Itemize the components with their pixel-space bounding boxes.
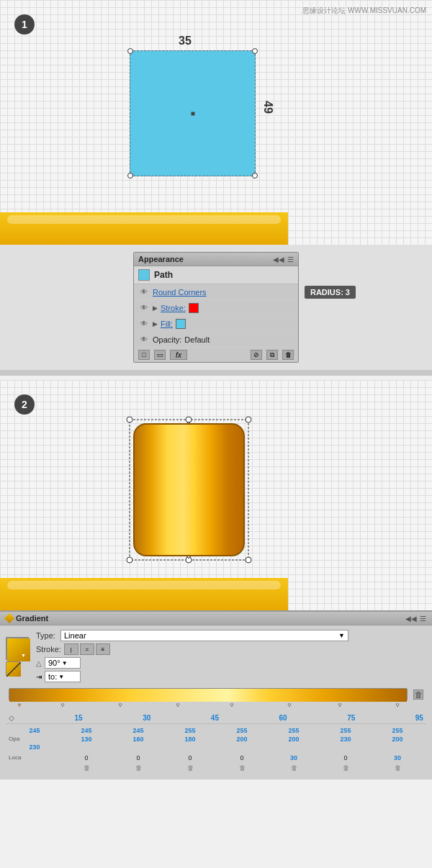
tick-marks: ◇ 15 30 45 60 75 95 <box>6 714 426 722</box>
visibility-icon-1[interactable]: 👁 <box>138 288 150 297</box>
g-val-8: 230 <box>9 743 60 752</box>
gradient-title-row: Gradient <box>6 614 48 623</box>
spacer <box>9 764 60 772</box>
gradient-slider-container: 🗑 ◇ 15 30 <box>6 685 426 772</box>
gradient-track[interactable] <box>9 688 408 701</box>
footer-icon-2[interactable]: ▭ <box>154 350 166 360</box>
opacity-label-small: Opa <box>9 736 60 744</box>
stroke-arrow[interactable]: ▶ <box>153 304 158 312</box>
divider <box>6 723 426 724</box>
svg-marker-28 <box>61 704 64 707</box>
svg-marker-32 <box>288 704 291 707</box>
yellow-bar-1 <box>0 212 288 245</box>
dimension-height: 49 <box>261 101 274 114</box>
trash-6[interactable]: 🗑 <box>320 764 372 772</box>
angle-triangle-icon: △ <box>36 659 42 667</box>
visibility-icon-3[interactable]: 👁 <box>138 320 150 328</box>
stroke-type-label: Stroke: <box>36 645 61 654</box>
tick-60: 60 <box>279 714 287 722</box>
fill-row[interactable]: 👁 ▶ Fill: <box>134 316 298 332</box>
g-val-1: 130 <box>60 736 112 744</box>
footer-icon-1[interactable]: □ <box>138 350 150 360</box>
tick-95: 95 <box>415 714 423 722</box>
footer-fx-icon[interactable]: fx <box>170 350 187 360</box>
svg-point-2 <box>246 417 251 422</box>
canvas-area-2: 2 <box>0 380 432 610</box>
gradient-title: Gradient <box>16 614 48 623</box>
stroke-row[interactable]: 👁 ▶ Stroke: <box>134 300 298 316</box>
blue-rect-container <box>130 50 256 176</box>
stroke-icon-1[interactable]: | <box>64 643 78 655</box>
angle-select[interactable]: 90° ▼ <box>45 657 81 669</box>
panel-footer: □ ▭ fx ⊘ ⧉ 🗑 <box>134 348 298 362</box>
handle-bl[interactable] <box>127 173 133 178</box>
trash-5[interactable]: 🗑 <box>268 764 320 772</box>
gradient-collapse-icon[interactable]: ◀◀ <box>405 615 417 623</box>
opacity-row[interactable]: 👁 Opacity: Default <box>134 332 298 348</box>
to-select[interactable]: to: ▼ <box>45 671 81 682</box>
panel-collapse-icon[interactable]: ◀◀ <box>273 256 284 263</box>
trash-2[interactable]: 🗑 <box>112 764 164 772</box>
stroke-icon-3[interactable]: ≡ <box>96 643 110 655</box>
footer-icon-3[interactable]: ⊘ <box>251 350 262 360</box>
type-dropdown-icon[interactable]: ▼ <box>338 632 345 639</box>
trash-7[interactable]: 🗑 <box>372 764 423 772</box>
location-row: Loca 0 0 0 0 30 0 30 <box>6 754 426 764</box>
fill-label[interactable]: Fill: <box>161 320 173 328</box>
type-select[interactable]: Linear ▼ <box>60 630 348 641</box>
svg-marker-31 <box>230 704 233 707</box>
svg-point-4 <box>246 557 251 563</box>
handle-br[interactable] <box>252 173 258 178</box>
radius-tooltip: RADIUS: 3 <box>305 286 356 299</box>
g-val-2: 160 <box>112 736 164 744</box>
trash-1[interactable]: 🗑 <box>60 764 112 772</box>
gradient-panel-controls: ◀◀ ☰ <box>405 615 426 623</box>
stroke-swatch[interactable] <box>189 303 199 313</box>
r-val-5: 255 <box>216 727 268 736</box>
tick-15: 15 <box>75 714 83 722</box>
loc-val-5: 30 <box>268 754 320 763</box>
type-value: Linear <box>64 631 86 640</box>
panel-controls: ◀◀ ☰ <box>273 256 294 263</box>
r-val-3: 245 <box>112 727 164 736</box>
visibility-icon-2[interactable]: 👁 <box>138 304 150 312</box>
angle-dropdown-icon[interactable]: ▼ <box>62 660 68 666</box>
opacity-label: Opacity: <box>153 335 181 344</box>
footer-delete-icon[interactable]: 🗑 <box>282 350 294 360</box>
panel-menu-icon[interactable]: ☰ <box>287 256 294 263</box>
round-corners-label[interactable]: Round Corners <box>153 288 207 297</box>
round-corners-row[interactable]: 👁 Round Corners RADIUS: 3 <box>134 284 298 300</box>
loc-val-1: 0 <box>60 754 112 763</box>
yellow-bar-shine <box>7 215 281 224</box>
visibility-icon-4[interactable]: 👁 <box>138 335 150 344</box>
blue-rect <box>130 50 256 176</box>
fill-swatch[interactable] <box>176 319 186 329</box>
svg-rect-26 <box>9 689 407 702</box>
panel-title: Appearance <box>138 255 184 263</box>
svg-marker-33 <box>338 704 341 707</box>
footer-icon-4[interactable]: ⧉ <box>266 350 278 360</box>
tick-0: ◇ <box>9 714 14 722</box>
step-badge-1: 1 <box>14 14 35 35</box>
gradient-swatch-big[interactable]: ▼ <box>6 637 29 660</box>
handle-tl[interactable] <box>127 48 133 54</box>
stroke-icon-2[interactable]: = <box>80 643 94 655</box>
trash-icons-row: 🗑 🗑 🗑 🗑 🗑 🗑 🗑 <box>6 764 426 772</box>
svg-marker-30 <box>176 704 179 707</box>
trash-4[interactable]: 🗑 <box>216 764 268 772</box>
r-val-7: 255 <box>320 727 372 736</box>
svg-marker-27 <box>18 704 21 707</box>
stroke-icons: | = ≡ <box>64 643 110 655</box>
trash-3[interactable]: 🗑 <box>164 764 216 772</box>
stroke-label[interactable]: Stroke: <box>161 304 186 312</box>
loc-val-6: 0 <box>320 754 372 763</box>
gradient-menu-icon[interactable]: ☰ <box>420 615 426 623</box>
to-dropdown-icon[interactable]: ▼ <box>58 674 64 680</box>
fill-arrow[interactable]: ▶ <box>153 320 158 327</box>
gradient-delete-icon[interactable]: 🗑 <box>413 690 423 700</box>
opacity-value[interactable]: Default <box>184 335 210 344</box>
handle-tr[interactable] <box>252 48 258 54</box>
gradient-swatch-small[interactable] <box>6 661 20 676</box>
path-label: Path <box>154 270 173 280</box>
canvas-area-1: 1 35 49 <box>0 0 432 245</box>
